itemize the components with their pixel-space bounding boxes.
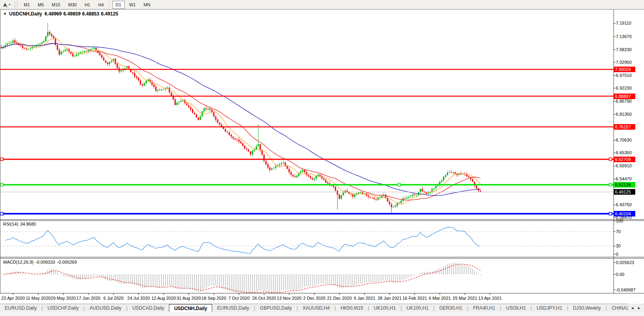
chart-tab-ger30-h1[interactable]: GER30,H1 bbox=[435, 304, 467, 312]
price-tick-6.86790: 6.86790 bbox=[616, 99, 632, 104]
ohlc-low: 6.48853 bbox=[82, 11, 99, 17]
trading-terminal-window: { "toolbar": { "timeframes": ["M1","M5",… bbox=[0, 0, 644, 316]
chart-tab-usdcad-daily[interactable]: USDCAD,Daily bbox=[127, 304, 169, 312]
date-tick-22-apr-2020: 22 Apr 2020 bbox=[1, 296, 25, 301]
line-handle-6.62709[interactable] bbox=[609, 158, 612, 161]
price-tick-7.19110: 7.19110 bbox=[616, 21, 631, 26]
macd-main-value: -0.009333 bbox=[35, 260, 55, 264]
chart-tab-usdjpy-h1[interactable]: USDJPY,H1 bbox=[532, 304, 567, 312]
chart-tab-usdchf-daily[interactable]: USDCHF,Daily bbox=[43, 304, 84, 312]
chart-tab-uk100-h1[interactable]: UK100,H1 bbox=[402, 304, 433, 312]
chart-tab-usdcnh-daily[interactable]: USDCNH,Daily bbox=[169, 304, 212, 312]
tab-scroll-arrows: ◄ ► bbox=[628, 304, 643, 312]
rsi-tick-0: 0 bbox=[616, 252, 618, 257]
price-tick-6.59910: 6.59910 bbox=[616, 163, 632, 169]
line-handle-6.52138[interactable] bbox=[0, 183, 3, 186]
price-tick-6.92230: 6.92230 bbox=[616, 86, 632, 91]
chart-tab-bar: EURUSD,Daily|USDCHF,Daily|AUDUSD,Daily|U… bbox=[0, 304, 644, 312]
ohlc-open: 6.48969 bbox=[44, 11, 61, 17]
date-tick-12-aug-2020: 12 Aug 2020 bbox=[151, 296, 176, 301]
price-tick-6.43750: 6.43750 bbox=[616, 202, 632, 207]
price-level-label-6.88897: 6.88897 bbox=[614, 94, 635, 99]
chart-tab-hk50-m15[interactable]: HK50,M15 bbox=[336, 304, 368, 312]
line-handle-6.40104[interactable] bbox=[609, 213, 612, 215]
date-tick-17-jun-2020: 17 Jun 2020 bbox=[77, 296, 101, 301]
line-handle-6.40104[interactable] bbox=[0, 213, 3, 215]
chart-tab-audusd-daily[interactable]: AUDUSD,Daily bbox=[85, 304, 126, 312]
price-level-label-6.52138: 6.52138 bbox=[614, 182, 635, 188]
date-tick-13-nov-2020: 13 Nov 2020 bbox=[277, 296, 301, 301]
date-tick-24-jul-2020: 24 Jul 2020 bbox=[127, 296, 150, 301]
line-handle-6.52138[interactable] bbox=[398, 183, 401, 186]
rsi-tick-70: 70 bbox=[616, 229, 621, 234]
moving-average-8 bbox=[2, 38, 481, 204]
macd-tick--0.040687: -0.040687 bbox=[616, 287, 636, 293]
date-tick-21-dec-2020: 21 Dec 2020 bbox=[327, 296, 352, 301]
price-tick-6.81350: 6.81350 bbox=[616, 112, 632, 117]
macd-name: MACD(12,26,9) bbox=[3, 260, 33, 264]
price-level-label-6.76157: 6.76157 bbox=[614, 124, 635, 130]
price-level-label-6.40104: 6.40104 bbox=[614, 211, 635, 216]
date-tick-7-oct-2020: 7 Oct 2020 bbox=[228, 296, 250, 301]
chart-tab-usoil-h1[interactable]: USOil,H1 bbox=[501, 304, 531, 312]
date-tick-26-oct-2020: 26 Oct 2020 bbox=[252, 296, 276, 301]
price-tick-7.02950: 7.02950 bbox=[616, 60, 632, 65]
price-level-label-6.62709: 6.62709 bbox=[614, 157, 635, 162]
date-tick-16-feb-2021: 16 Feb 2021 bbox=[402, 296, 427, 301]
status-strip bbox=[0, 312, 644, 316]
date-tick-29-may-2020: 29 May 2020 bbox=[51, 296, 76, 301]
moving-average-55 bbox=[2, 44, 481, 195]
date-tick-2-dec-2020: 2 Dec 2020 bbox=[303, 296, 325, 301]
chart-tab-gbpusd-daily[interactable]: GBPUSD,Daily bbox=[255, 304, 297, 312]
date-tick-6-jul-2020: 6 Jul 2020 bbox=[104, 296, 124, 301]
rsi-tick-100: 100 bbox=[616, 218, 623, 224]
rsi-value: 34.8680 bbox=[20, 222, 36, 226]
macd-histogram bbox=[2, 262, 481, 293]
line-handle-6.62709[interactable] bbox=[0, 158, 3, 161]
line-handle-6.52138[interactable] bbox=[609, 183, 612, 186]
chart-tab-eurusd-daily[interactable]: EURUSD,Daily bbox=[212, 304, 254, 312]
price-tick-7.13670: 7.13670 bbox=[616, 34, 632, 39]
price-tick-6.54470: 6.54470 bbox=[616, 176, 632, 182]
collapse-caret-icon[interactable]: ▼ bbox=[3, 12, 7, 16]
tab-scroll-right-icon[interactable]: ► bbox=[637, 306, 641, 310]
date-tick-25-mar-2021: 25 Mar 2021 bbox=[453, 296, 477, 301]
date-tick-13-apr-2021: 13 Apr 2021 bbox=[478, 296, 502, 301]
date-tick-11-may-2020: 11 May 2020 bbox=[26, 296, 51, 301]
chart-tab-eurusd-daily[interactable]: EURUSD,Daily bbox=[0, 304, 42, 312]
price-tick-7.08230: 7.08230 bbox=[616, 47, 632, 52]
chart-canvas[interactable] bbox=[0, 0, 644, 304]
date-tick-18-sep-2020: 18 Sep 2020 bbox=[201, 296, 226, 301]
date-tick-6-mar-2021: 6 Mar 2021 bbox=[429, 296, 451, 301]
price-tick-6.97510: 6.97510 bbox=[616, 73, 632, 78]
macd-tick-0.025623: 0.025623 bbox=[616, 260, 634, 265]
rsi-name: RSI(14) bbox=[3, 222, 18, 226]
chart-title: ▼ USDCNH,Daily 6.48969 6.49859 6.48853 6… bbox=[3, 11, 118, 17]
chart-tab-fra40-h1[interactable]: FRA40,H1 bbox=[468, 304, 500, 312]
rsi-line bbox=[5, 227, 480, 254]
price-tick-6.65350: 6.65350 bbox=[616, 150, 632, 155]
tab-scroll-left-icon[interactable]: ◄ bbox=[631, 306, 634, 310]
moving-average-21 bbox=[2, 43, 481, 200]
macd-tick-0.00: 0.00 bbox=[616, 272, 624, 277]
ohlc-high: 6.49859 bbox=[63, 11, 80, 17]
chart-symbol-label: USDCNH,Daily bbox=[9, 11, 42, 17]
chart-tab-xauusd-h4[interactable]: XAUUSD,H4 bbox=[298, 304, 335, 312]
price-level-label-6.49125: 6.49125 bbox=[614, 189, 635, 195]
price-level-label-7.00029: 7.00029 bbox=[614, 67, 635, 72]
chart-tab-uk100-h1[interactable]: UK100,H1 bbox=[369, 304, 401, 312]
date-tick-28-jan-2021: 28 Jan 2021 bbox=[378, 296, 402, 301]
chart-tab-dj30-weekly[interactable]: DJ30,Weekly bbox=[568, 304, 606, 312]
price-tick-6.70630: 6.70630 bbox=[616, 138, 632, 143]
macd-signal-value: -0.000269 bbox=[57, 260, 77, 264]
rsi-tick-30: 30 bbox=[616, 243, 621, 249]
date-tick-9-jan-2021: 9 Jan 2021 bbox=[354, 296, 375, 301]
ohlc-close: 6.49125 bbox=[101, 11, 118, 17]
macd-indicator-label: MACD(12,26,9) -0.009333 -0.000269 bbox=[3, 260, 77, 264]
date-tick-31-aug-2020: 31 Aug 2020 bbox=[176, 296, 201, 301]
rsi-indicator-label: RSI(14) 34.8680 bbox=[3, 222, 36, 226]
